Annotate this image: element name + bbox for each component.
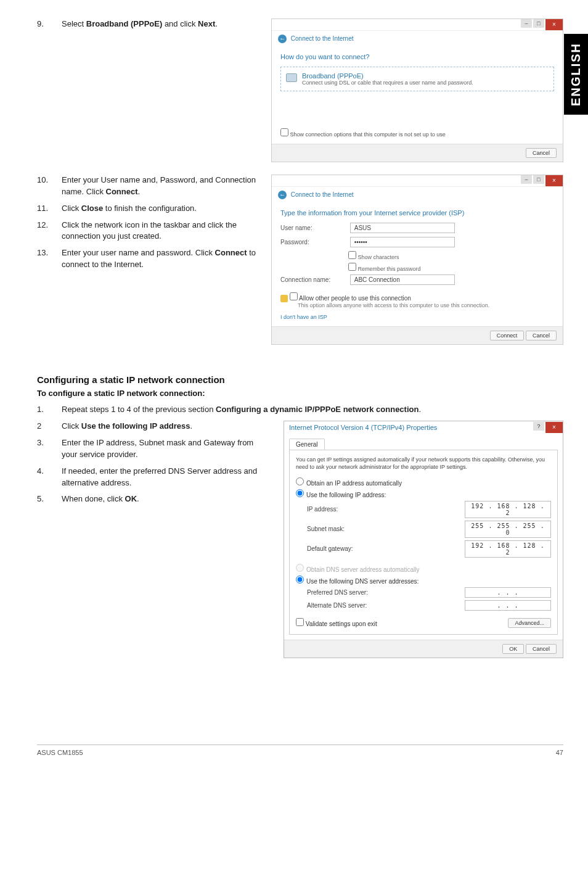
step-13-bold: Connect (215, 248, 247, 257)
cfg-step-5: 5. When done, click OK. (37, 493, 271, 505)
maximize-btn[interactable]: □ (533, 19, 544, 28)
back-button[interactable]: ← (278, 191, 287, 199)
dialog-isp-info: –□× ← Connect to the Internet Type the i… (271, 175, 563, 345)
password-input[interactable]: •••••• (350, 237, 455, 247)
validate-checkbox[interactable] (296, 618, 304, 626)
tab-general[interactable]: General (289, 439, 325, 450)
step-9-pre: Select (62, 19, 86, 28)
ip-address-input[interactable]: 192 . 168 . 128 . 2 (465, 501, 551, 518)
cfg-step-4-text: If needed, enter the preferred DNS Serve… (62, 466, 257, 487)
radio-use-following-label: Use the following IP address: (306, 492, 386, 498)
username-label: User name: (280, 225, 348, 231)
show-chars-checkbox[interactable] (348, 251, 356, 259)
remember-pwd-checkbox[interactable] (348, 263, 356, 271)
preferred-dns-input[interactable]: . . . (465, 587, 551, 598)
password-label: Password: (280, 239, 348, 245)
step-10: 10. Enter your User name and, Password, … (37, 175, 259, 198)
connect-button[interactable]: Connect (490, 331, 525, 340)
step-10-post: . (138, 187, 141, 196)
back-button[interactable]: ← (278, 35, 287, 43)
cfg-step-3-num: 3. (37, 437, 62, 461)
show-chars-label: Show characters (358, 254, 399, 260)
connection-name-label: Connection name: (280, 276, 348, 283)
minimize-btn[interactable]: – (521, 19, 532, 28)
ipv4-description: You can get IP settings assigned automat… (296, 456, 551, 471)
step-10-bold: Connect (106, 187, 138, 196)
gateway-label: Default gateway: (307, 545, 353, 552)
show-options-checkbox[interactable] (280, 128, 288, 136)
cfg-step-5-bold: OK (125, 494, 137, 503)
step-11: 11. Click Close to finish the configurat… (37, 203, 259, 215)
cfg-step-1-pre: Repeat steps 1 to 4 of the previous sect… (62, 405, 216, 414)
step-10-text: Enter your User name and, Password, and … (62, 175, 256, 196)
allow-others-sub: This option allows anyone with access to… (298, 302, 554, 308)
connection-name-input[interactable]: ABC Connection (350, 274, 455, 285)
alternate-dns-input[interactable]: . . . (465, 600, 551, 611)
cfg-step-4: 4. If needed, enter the preferred DNS Se… (37, 466, 271, 489)
cancel-button[interactable]: Cancel (526, 644, 557, 654)
cancel-button[interactable]: Cancel (526, 148, 557, 158)
cfg-step-5-post: . (137, 494, 139, 503)
cfg-step-2-post: . (190, 421, 193, 431)
ok-button[interactable]: OK (502, 644, 524, 654)
radio-obtain-auto-label: Obtain an IP address automatically (306, 480, 402, 487)
step-13-pre: Enter your user name and password. Click (62, 248, 215, 257)
no-isp-link[interactable]: I don't have an ISP (280, 314, 327, 320)
subnet-mask-label: Subnet mask: (307, 526, 345, 532)
allow-others-checkbox[interactable] (290, 292, 298, 300)
step-9: 9. Select Broadband (PPPoE) and click Ne… (37, 19, 259, 30)
section-subhead: To configure a static IP network connect… (37, 389, 563, 398)
shield-icon (280, 295, 288, 302)
step-11-num: 11. (37, 203, 62, 215)
pppoe-sub: Connect using DSL or cable that requires… (302, 80, 473, 86)
step-11-pre: Click (62, 204, 81, 213)
dialog-ipv4-properties: Internet Protocol Version 4 (TCP/IPv4) P… (284, 421, 563, 658)
allow-others-label: Allow other people to use this connectio… (299, 295, 411, 302)
option-broadband-pppoe[interactable]: Broadband (PPPoE) Connect using DSL or c… (280, 67, 554, 91)
radio-use-following[interactable] (296, 489, 304, 497)
footer-page-number: 47 (556, 749, 563, 756)
isp-heading: Type the information from your Internet … (280, 209, 554, 217)
step-9-bold2: Next (198, 19, 215, 28)
validate-label: Validate settings upon exit (306, 621, 377, 627)
step-10-num: 10. (37, 175, 62, 198)
close-icon[interactable]: × (545, 422, 563, 433)
radio-dns-auto-label: Obtain DNS server address automatically (306, 566, 419, 573)
connect-question: How do you want to connect? (280, 53, 554, 60)
step-9-mid: and click (162, 19, 198, 28)
minimize-btn[interactable]: – (521, 175, 532, 184)
cancel-button[interactable]: Cancel (526, 331, 557, 340)
close-icon[interactable]: × (545, 19, 563, 30)
step-13: 13. Enter your user name and password. C… (37, 247, 259, 271)
gateway-input[interactable]: 192 . 168 . 128 . 2 (465, 540, 551, 558)
cfg-step-2: 2 Click Use the following IP address. (37, 421, 271, 432)
step-9-post: . (215, 19, 218, 28)
step-9-num: 9. (37, 19, 62, 30)
dialog-connect-how: –□× ← Connect to the Internet How do you… (271, 19, 563, 162)
subnet-mask-input[interactable]: 255 . 255 . 255 . 0 (465, 521, 551, 538)
username-input[interactable]: ASUS (350, 223, 455, 233)
cfg-step-1-bold: Configuring a dynamic IP/PPPoE network c… (216, 405, 419, 414)
show-options-label: Show connection options that this comput… (290, 131, 446, 138)
advanced-button[interactable]: Advanced... (508, 618, 551, 628)
radio-dns-use[interactable] (296, 576, 304, 584)
ip-address-label: IP address: (307, 506, 338, 513)
preferred-dns-label: Preferred DNS server: (307, 589, 368, 596)
cfg-step-2-pre: Click (62, 421, 81, 431)
cfg-step-3-text: Enter the IP address, Subnet mask and Ga… (62, 438, 253, 459)
radio-obtain-auto[interactable] (296, 477, 304, 485)
step-9-bold1: Broadband (PPPoE) (86, 19, 163, 28)
cfg-step-1-num: 1. (37, 404, 62, 416)
modem-icon (286, 73, 297, 82)
maximize-btn[interactable]: □ (533, 175, 544, 184)
help-icon[interactable]: ? (533, 422, 544, 431)
section-title-static-ip: Configuring a static IP network connecti… (37, 374, 563, 385)
side-tab-english: ENGLISH (564, 34, 588, 115)
radio-dns-use-label: Use the following DNS server addresses: (306, 578, 419, 585)
ipv4-title: Internet Protocol Version 4 (TCP/IPv4) P… (284, 421, 442, 434)
dialog-breadcrumb: Connect to the Internet (291, 191, 354, 198)
page-footer: ASUS CM1855 47 (37, 745, 563, 756)
close-icon[interactable]: × (545, 175, 563, 186)
cfg-step-2-bold: Use the following IP address (81, 421, 190, 431)
cfg-step-5-num: 5. (37, 493, 62, 505)
